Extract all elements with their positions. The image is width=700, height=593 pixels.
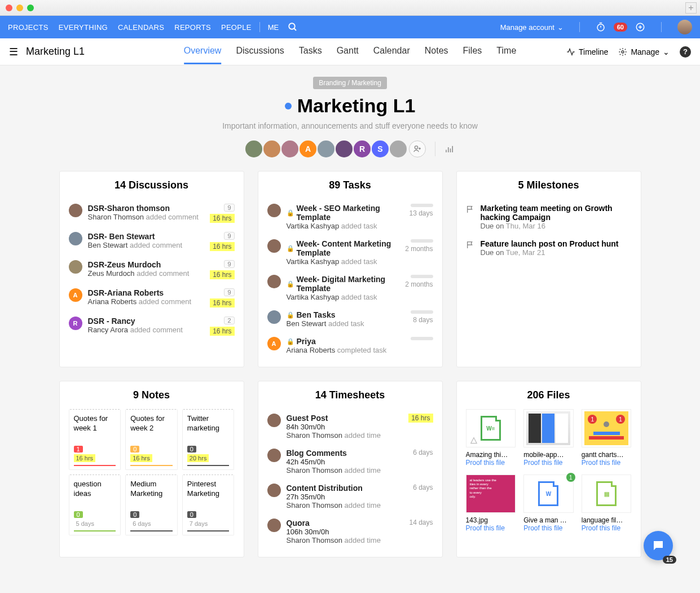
timesheet-item[interactable]: Blog Comments 42h 45m/0h Sharon Thomson …: [267, 444, 433, 479]
milestone-item[interactable]: Marketing team meeting on Growth hacking…: [466, 199, 632, 235]
manage-label: Manage: [631, 47, 659, 56]
tab-discussions[interactable]: Discussions: [236, 39, 284, 64]
breadcrumb[interactable]: Branding / Marketing: [313, 77, 387, 89]
discussion-item[interactable]: R DSR - Rancy Rancy Arora added comment …: [69, 312, 235, 340]
minimize-window-button[interactable]: [16, 5, 23, 11]
file-name: Amazing thi…: [466, 451, 516, 459]
member-avatar[interactable]: [245, 140, 262, 157]
tab-files[interactable]: Files: [463, 39, 482, 64]
page-title: Marketing L1: [0, 95, 700, 117]
member-avatar[interactable]: [390, 140, 407, 157]
tab-time[interactable]: Time: [496, 39, 516, 64]
search-icon[interactable]: [288, 22, 298, 32]
add-member-button[interactable]: [409, 140, 426, 157]
activity-chart-icon[interactable]: [444, 144, 455, 154]
timesheet-item[interactable]: Quora 106h 30m/0h Sharon Thomson added t…: [267, 514, 433, 549]
proof-file-link[interactable]: Proof this file: [466, 459, 516, 467]
maximize-window-button[interactable]: [27, 5, 34, 11]
task-item[interactable]: 🔒Week- Content Marketing Template Vartik…: [267, 235, 433, 270]
proof-file-link[interactable]: Proof this file: [523, 459, 574, 467]
discussion-item[interactable]: DSR- Ben Stewart Ben Stewart added comme…: [69, 227, 235, 256]
task-item[interactable]: 🔒Week - SEO Marketing Template Vartika K…: [267, 199, 433, 235]
help-icon[interactable]: ?: [680, 46, 691, 58]
tab-calendar[interactable]: Calendar: [373, 39, 410, 64]
tab-notes[interactable]: Notes: [425, 39, 448, 64]
milestone-due: Due on Tue, Mar 21: [481, 248, 619, 257]
add-icon[interactable]: [635, 22, 645, 32]
nav-everything[interactable]: EVERYTHING: [59, 23, 108, 32]
task-title: 🔒Week- Digital Marketing Template: [287, 275, 400, 293]
member-avatar[interactable]: [336, 140, 353, 157]
flag-icon: [466, 240, 475, 257]
discussion-title: DSR-Zeus Murdoch: [88, 260, 205, 269]
proof-file-link[interactable]: Proof this file: [523, 524, 574, 532]
member-avatar[interactable]: [318, 140, 334, 157]
member-avatar[interactable]: A: [300, 140, 316, 157]
notification-badge[interactable]: 60: [614, 23, 627, 32]
file-item[interactable]: mobile-app… Proof this file: [523, 409, 574, 467]
flag-icon: [466, 205, 475, 230]
lock-icon: 🔒: [287, 280, 294, 288]
nav-me[interactable]: ME: [268, 23, 279, 32]
note-count: 1: [74, 446, 83, 453]
milestone-item[interactable]: Feature launch post on Product hunt Due …: [466, 235, 632, 261]
note-item[interactable]: Quotes for week 1 1 16 hrs: [69, 409, 121, 470]
note-item[interactable]: question ideas 0 5 days: [69, 475, 121, 535]
milestone-title: Feature launch post on Product hunt: [481, 239, 619, 248]
milestone-due: Due on Thu, Mar 16: [481, 222, 632, 230]
timer-icon[interactable]: [596, 22, 606, 32]
note-count: 0: [130, 511, 139, 518]
nav-people[interactable]: PEOPLE: [221, 23, 252, 32]
file-item[interactable]: ▤ language fil… Proof this file: [582, 475, 632, 532]
tab-tasks[interactable]: Tasks: [299, 39, 322, 64]
task-item[interactable]: 🔒Week- Digital Marketing Template Vartik…: [267, 270, 433, 306]
member-avatar[interactable]: S: [372, 140, 389, 157]
notes-card: 9 Notes Quotes for week 1 1 16 hrs Quote…: [59, 381, 244, 557]
note-item[interactable]: Quotes for week 2 0 16 hrs: [125, 409, 178, 470]
file-item[interactable]: 11 gantt charts… Proof this file: [582, 409, 632, 467]
user-avatar[interactable]: [677, 20, 692, 34]
nav-left: PROJECTS EVERYTHING CALENDARS REPORTS PE…: [8, 23, 252, 32]
chat-fab[interactable]: 15: [644, 531, 673, 560]
note-item[interactable]: Medium Marketing 0 6 days: [125, 475, 178, 535]
note-color-bar: [130, 530, 173, 531]
manage-dropdown[interactable]: Manage ⌄: [618, 47, 670, 56]
file-item[interactable]: al leaders use theities in everyrather t…: [466, 475, 516, 532]
timesheet-item[interactable]: Content Distribution 27h 35m/0h Sharon T…: [267, 479, 433, 514]
note-count: 0: [74, 511, 83, 518]
member-avatar[interactable]: [281, 140, 298, 157]
task-item[interactable]: 🔒Ben Tasks Ben Stewart added task 8 days: [267, 306, 433, 332]
close-window-button[interactable]: [6, 5, 12, 11]
member-avatar[interactable]: R: [354, 140, 371, 157]
note-item[interactable]: Pinterest Marketing 0 7 days: [182, 475, 235, 535]
avatar: [267, 449, 281, 462]
nav-calendars[interactable]: CALENDARS: [118, 23, 164, 32]
task-item[interactable]: A 🔒Priya Ariana Roberts completed task: [267, 332, 433, 359]
proof-file-link[interactable]: Proof this file: [582, 459, 632, 467]
nav-projects[interactable]: PROJECTS: [8, 23, 49, 32]
file-item[interactable]: W≡ Amazing thi… Proof this file: [466, 409, 516, 467]
note-time: 20 hrs: [187, 454, 209, 462]
avatar: [69, 260, 82, 274]
cards-grid: 14 Discussions DSR-Sharon thomson Sharon…: [0, 168, 700, 574]
tab-gantt[interactable]: Gantt: [337, 39, 359, 64]
hamburger-icon[interactable]: ☰: [9, 46, 18, 58]
proof-file-link[interactable]: Proof this file: [582, 524, 632, 532]
svg-line-1: [294, 28, 297, 30]
discussion-item[interactable]: DSR-Zeus Murdoch Zeus Murdoch added comm…: [69, 256, 235, 284]
file-item[interactable]: 1W Give a man … Proof this file: [523, 475, 574, 532]
discussion-item[interactable]: A DSR-Ariana Roberts Ariana Roberts adde…: [69, 284, 235, 312]
hero: Branding / Marketing Marketing L1 Import…: [0, 65, 700, 168]
member-avatar[interactable]: [263, 140, 280, 157]
proof-file-link[interactable]: Proof this file: [466, 524, 516, 532]
note-item[interactable]: Twitter marketing 0 20 hrs: [182, 409, 235, 470]
discussion-item[interactable]: DSR-Sharon thomson Sharon Thomson added …: [69, 199, 235, 227]
timeline-button[interactable]: Timeline: [566, 47, 608, 56]
tab-overview[interactable]: Overview: [184, 39, 222, 64]
new-tab-button[interactable]: +: [685, 2, 697, 14]
manage-account-dropdown[interactable]: Manage account ⌄: [500, 23, 563, 32]
note-color-bar: [130, 465, 173, 466]
timesheet-item[interactable]: Guest Post 84h 30m/0h Sharon Thomson add…: [267, 409, 433, 444]
nav-reports[interactable]: REPORTS: [174, 23, 211, 32]
note-color-bar: [74, 465, 116, 466]
